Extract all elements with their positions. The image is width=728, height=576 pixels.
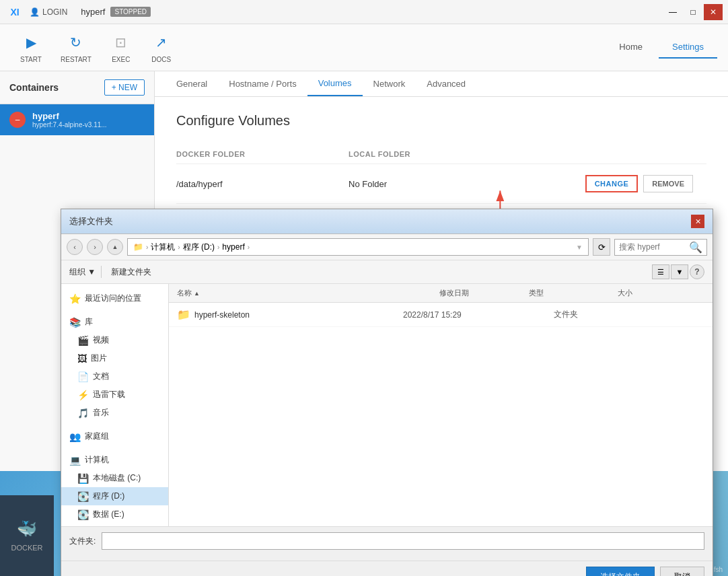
cancel-button[interactable]: 取消	[660, 567, 704, 576]
tree-item-d-drive[interactable]: 💽 程序 (D:)	[61, 487, 168, 505]
new-container-button[interactable]: + NEW	[104, 79, 145, 96]
login-area[interactable]: 👤 LOGIN	[30, 7, 67, 17]
help-button[interactable]: ?	[690, 264, 704, 279]
breadcrumb-item-3[interactable]: hyperf	[222, 242, 244, 252]
tab-advanced[interactable]: Advanced	[416, 71, 476, 96]
view-dropdown-button[interactable]: ▼	[671, 264, 688, 279]
remove-button[interactable]: REMOVE	[643, 175, 693, 192]
col-type-header[interactable]: 类型	[529, 288, 616, 298]
login-label[interactable]: LOGIN	[42, 7, 67, 17]
tree-item-homegroup[interactable]: 👥 家庭组	[61, 427, 168, 445]
homegroup-section: 👥 家庭组	[61, 427, 168, 445]
docs-tree-icon: 📄	[77, 371, 89, 382]
search-icon: 🔍	[689, 241, 702, 254]
music-icon: 🎵	[77, 408, 89, 419]
video-icon: 🎬	[77, 335, 89, 346]
col-docker-folder: DOCKER FOLDER	[176, 150, 349, 158]
user-icon: 👤	[30, 7, 40, 17]
d-drive-label: 程序 (D:)	[93, 491, 124, 502]
tree-item-library[interactable]: 📚 库	[61, 313, 168, 331]
tree-item-music[interactable]: 🎵 音乐	[61, 404, 168, 422]
tree-item-e-drive[interactable]: 💽 数据 (E:)	[61, 505, 168, 524]
tab-network[interactable]: Network	[363, 71, 416, 96]
file-type: 文件夹	[554, 309, 629, 320]
col-size-header[interactable]: 大小	[618, 288, 704, 298]
col-date-header[interactable]: 修改日期	[439, 288, 526, 298]
file-dialog-body: ⭐ 最近访问的位置 📚 库 🎬 视频 🖼 图片 📄 文档	[61, 284, 713, 526]
change-button[interactable]: CHANGE	[585, 175, 639, 192]
file-dialog-title-label: 选择文件夹	[69, 215, 113, 227]
thunder-label: 迅雷下载	[93, 389, 125, 400]
tree-item-recent[interactable]: ⭐ 最近访问的位置	[61, 289, 168, 308]
breadcrumb-arrow-3: ›	[217, 244, 219, 251]
docker-label: DOCKER	[11, 544, 42, 552]
file-dialog: 选择文件夹 ✕ ‹ › ▲ 📁 › 计算机 › 程序 (D:) › hyperf…	[61, 209, 713, 576]
picture-label: 图片	[91, 353, 107, 364]
tab-hostname-ports[interactable]: Hostname / Ports	[218, 71, 307, 96]
tree-item-computer[interactable]: 💻 计算机	[61, 451, 168, 469]
select-folder-button[interactable]: 选择文件夹	[586, 567, 655, 576]
breadcrumb-dropdown-icon[interactable]: ▼	[576, 244, 583, 251]
file-dialog-close-button[interactable]: ✕	[691, 215, 704, 228]
exec-button[interactable]: ⊡ EXEC	[101, 28, 141, 67]
title-bar: XI 👤 LOGIN hyperf STOPPED — □ ✕	[0, 0, 728, 24]
breadcrumb-arrow-4: ›	[248, 244, 250, 251]
dialog-action-buttons: 选择文件夹 取消	[61, 561, 713, 576]
refresh-button[interactable]: ⟳	[593, 238, 610, 256]
search-input[interactable]	[619, 242, 686, 252]
start-icon: ▶	[20, 32, 42, 53]
new-folder-button[interactable]: 新建文件夹	[107, 265, 155, 279]
start-button[interactable]: ▶ START	[11, 28, 51, 67]
view-buttons: ☰ ▼ ?	[652, 264, 704, 279]
app-title-area: hyperf STOPPED	[81, 7, 151, 17]
library-icon: 📚	[69, 317, 81, 328]
nav-up-button[interactable]: ▲	[107, 239, 123, 255]
col-name-header[interactable]: 名称 ▲	[177, 288, 437, 298]
tab-general[interactable]: General	[166, 71, 218, 96]
tree-item-thunder[interactable]: ⚡ 迅雷下载	[61, 386, 168, 404]
homegroup-icon: 👥	[69, 431, 81, 442]
docs-tree-label: 文档	[93, 371, 109, 382]
minimize-button[interactable]: —	[663, 4, 682, 20]
view-list-button[interactable]: ☰	[652, 264, 669, 279]
tree-item-picture[interactable]: 🖼 图片	[61, 349, 168, 367]
nav-forward-button[interactable]: ›	[87, 239, 103, 255]
volumes-table: DOCKER FOLDER LOCAL FOLDER /data/hyperf …	[176, 145, 706, 204]
breadcrumb-icon: 📁	[133, 242, 143, 252]
local-folder-value: No Folder	[349, 179, 521, 189]
organize-button[interactable]: 组织 ▼	[69, 266, 96, 278]
settings-tab[interactable]: Settings	[659, 36, 717, 59]
file-dialog-title-bar: 选择文件夹 ✕	[61, 209, 713, 234]
container-name: hyperf	[32, 111, 107, 121]
breadcrumb-arrow-1: ›	[146, 244, 148, 251]
breadcrumb-item-2[interactable]: 程序 (D:)	[183, 242, 215, 253]
tree-item-video[interactable]: 🎬 视频	[61, 331, 168, 349]
breadcrumb-item-1[interactable]: 计算机	[151, 242, 175, 253]
e-drive-icon: 💽	[77, 509, 89, 520]
containers-label: Containers	[9, 82, 59, 93]
docker-whale-icon: 🐳	[17, 519, 37, 538]
thunder-icon: ⚡	[77, 390, 89, 400]
restore-button[interactable]: □	[684, 4, 702, 20]
close-button[interactable]: ✕	[704, 4, 723, 20]
folder-input[interactable]	[102, 532, 704, 550]
computer-label: 计算机	[85, 454, 109, 466]
tree-item-docs[interactable]: 📄 文档	[61, 367, 168, 386]
file-date: 2022/8/17 15:29	[403, 310, 554, 320]
toolbar: ▶ START ↻ RESTART ⊡ EXEC ↗ DOCS Home Set…	[0, 24, 728, 71]
docker-folder-value: /data/hyperf	[176, 179, 349, 189]
nav-back-button[interactable]: ‹	[67, 239, 83, 255]
tab-volumes[interactable]: Volumes	[307, 71, 363, 96]
file-row-hyperf-skeleton[interactable]: 📁 hyperf-skeleton 2022/8/17 15:29 文件夹	[169, 303, 713, 327]
tree-item-c-drive[interactable]: 💾 本地磁盘 (C:)	[61, 469, 168, 487]
file-dialog-toolbar: 组织 ▼ 新建文件夹 ☰ ▼ ?	[61, 260, 713, 284]
docs-icon: ↗	[151, 32, 172, 53]
restart-button[interactable]: ↻ RESTART	[51, 28, 101, 67]
section-title: Configure Volumes	[176, 113, 706, 129]
sidebar-item-hyperf[interactable]: – hyperf hyperf:7.4-alpine-v3.11...	[0, 104, 154, 135]
c-drive-icon: 💾	[77, 473, 89, 484]
docs-button[interactable]: ↗ DOCS	[141, 28, 182, 67]
app-name: hyperf	[81, 7, 105, 17]
app-logo: XI	[5, 3, 24, 22]
home-tab[interactable]: Home	[606, 36, 656, 59]
